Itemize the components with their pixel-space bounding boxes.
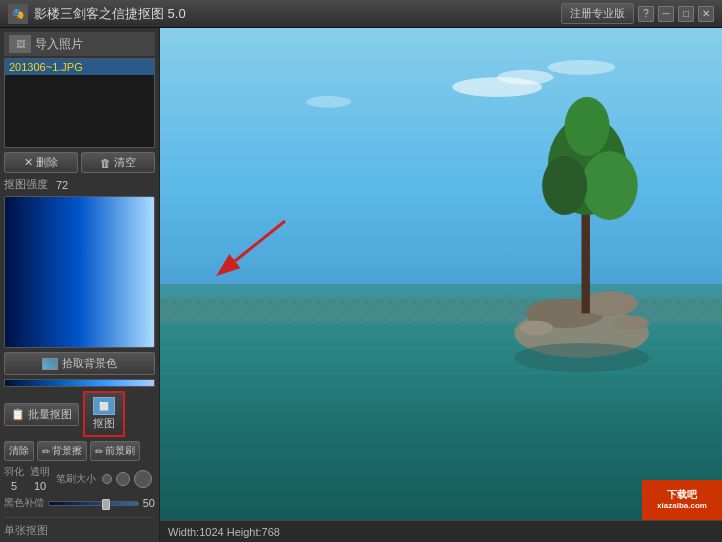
svg-point-21 xyxy=(565,97,610,156)
batch-row: 📋 批量抠图 ⬜ 抠图 xyxy=(4,391,155,437)
clear-tool-button[interactable]: 清除 xyxy=(4,441,34,461)
fg-brush-label: 前景刷 xyxy=(105,444,135,458)
svg-point-2 xyxy=(497,70,553,85)
batch-label: 批量抠图 xyxy=(28,407,72,422)
clear-tool-label: 清除 xyxy=(9,444,29,458)
transparent-group: 透明 10 xyxy=(30,465,50,492)
pick-bg-label: 拾取背景色 xyxy=(62,356,117,371)
brush-small[interactable] xyxy=(102,474,112,484)
strength-slider-track[interactable] xyxy=(4,196,155,348)
watermark-text: 下载吧 xiazaiba.com xyxy=(657,488,707,511)
boost-slider[interactable] xyxy=(48,501,139,506)
maximize-button[interactable]: □ xyxy=(678,6,694,22)
pick-bg-button[interactable]: 拾取背景色 xyxy=(4,352,155,375)
boost-label: 黑色补偿 xyxy=(4,496,44,510)
close-button[interactable]: ✕ xyxy=(698,6,714,22)
delete-clear-row: ✕ 删除 🗑 清空 xyxy=(4,152,155,173)
feather-group: 羽化 5 xyxy=(4,465,24,492)
svg-rect-0 xyxy=(160,28,722,299)
strength-value: 72 xyxy=(56,179,68,191)
delete-icon: ✕ xyxy=(24,156,33,169)
watermark-line1: 下载吧 xyxy=(657,488,707,501)
boost-value: 50 xyxy=(143,497,155,509)
svg-point-20 xyxy=(542,156,587,215)
fg-brush-icon: ✏ xyxy=(95,446,103,457)
app-icon: 🎭 xyxy=(8,4,28,24)
help-button[interactable]: ? xyxy=(638,6,654,22)
brush-large[interactable] xyxy=(134,470,152,488)
import-header: 🖼 导入照片 xyxy=(4,32,155,56)
boost-row: 黑色补偿 50 xyxy=(4,496,155,510)
watermark-line2: xiazaiba.com xyxy=(657,501,707,511)
delete-button[interactable]: ✕ 删除 xyxy=(4,152,78,173)
delete-label: 删除 xyxy=(36,155,58,170)
status-bar: Width:1024 Height:768 xyxy=(160,520,722,542)
brush-size-label: 笔刷大小 xyxy=(56,472,96,486)
cutout-icon: ⬜ xyxy=(93,397,115,415)
canvas-inner xyxy=(160,28,722,520)
bg-erase-button[interactable]: ✏ 背景擦 xyxy=(37,441,87,461)
clear-button[interactable]: 🗑 清空 xyxy=(81,152,155,173)
clear-label: 清空 xyxy=(114,155,136,170)
bg-erase-icon: ✏ xyxy=(42,446,50,457)
left-panel: 🖼 导入照片 201306~1.JPG ✕ 删除 🗑 清空 抠图强度 72 xyxy=(0,28,160,542)
fg-brush-button[interactable]: ✏ 前景刷 xyxy=(90,441,140,461)
main-container: 🖼 导入照片 201306~1.JPG ✕ 删除 🗑 清空 抠图强度 72 xyxy=(0,28,722,542)
svg-point-3 xyxy=(548,60,615,75)
app-title: 影楼三剑客之信捷抠图 5.0 xyxy=(34,5,561,23)
svg-point-22 xyxy=(520,321,554,336)
feather-value: 5 xyxy=(11,480,17,492)
gradient-bar xyxy=(4,379,155,387)
dimensions-text: Width:1024 Height:768 xyxy=(168,526,280,538)
single-label: 单张抠图 xyxy=(4,523,155,538)
watermark: 下载吧 xiazaiba.com xyxy=(642,480,722,520)
transparent-label: 透明 xyxy=(30,465,50,479)
cutout-label: 抠图 xyxy=(93,416,115,431)
canvas-area[interactable]: 下载吧 xiazaiba.com Width:1024 Height:768 xyxy=(160,28,722,542)
params-row: 羽化 5 透明 10 笔刷大小 xyxy=(4,465,155,492)
brush-circles xyxy=(102,470,152,488)
color-swatch xyxy=(42,358,58,370)
tool-row: 清除 ✏ 背景擦 ✏ 前景刷 xyxy=(4,441,155,461)
bg-erase-label: 背景擦 xyxy=(52,444,82,458)
clear-icon: 🗑 xyxy=(100,157,111,169)
window-controls: 注册专业版 ? ─ □ ✕ xyxy=(561,3,714,24)
titlebar: 🎭 影楼三剑客之信捷抠图 5.0 注册专业版 ? ─ □ ✕ xyxy=(0,0,722,28)
divider xyxy=(4,517,155,518)
strength-label: 抠图强度 xyxy=(4,177,48,192)
svg-point-23 xyxy=(615,316,649,331)
batch-button[interactable]: 📋 批量抠图 xyxy=(4,403,79,426)
strength-row: 抠图强度 72 xyxy=(4,177,155,192)
feather-label: 羽化 xyxy=(4,465,24,479)
svg-point-4 xyxy=(306,96,351,108)
import-icon: 🖼 xyxy=(9,35,31,53)
scene-image xyxy=(160,28,722,520)
register-button[interactable]: 注册专业版 xyxy=(561,3,634,24)
svg-point-19 xyxy=(582,151,638,220)
boost-thumb[interactable] xyxy=(102,499,110,510)
batch-icon: 📋 xyxy=(11,408,25,421)
transparent-value: 10 xyxy=(34,480,46,492)
cutout-button[interactable]: ⬜ 抠图 xyxy=(83,391,125,437)
brush-medium[interactable] xyxy=(116,472,130,486)
import-label: 导入照片 xyxy=(35,36,83,53)
photo-item[interactable]: 201306~1.JPG xyxy=(5,59,154,75)
photo-list[interactable]: 201306~1.JPG xyxy=(4,58,155,148)
svg-point-24 xyxy=(514,343,649,373)
minimize-button[interactable]: ─ xyxy=(658,6,674,22)
